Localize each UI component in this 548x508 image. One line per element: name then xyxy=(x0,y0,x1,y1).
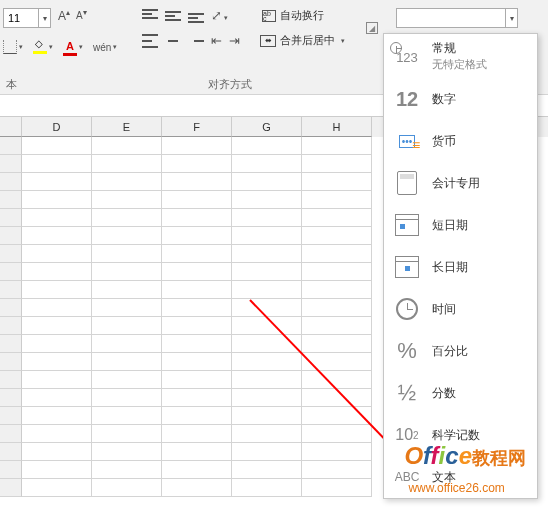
cell[interactable] xyxy=(22,407,92,425)
cell[interactable] xyxy=(92,299,162,317)
fill-color-button[interactable]: ▾ xyxy=(30,38,56,56)
cell[interactable] xyxy=(162,209,232,227)
cell[interactable] xyxy=(162,137,232,155)
font-size-input[interactable] xyxy=(3,8,39,28)
cell[interactable] xyxy=(162,389,232,407)
cell[interactable] xyxy=(232,191,302,209)
cell[interactable] xyxy=(22,227,92,245)
cell[interactable] xyxy=(92,389,162,407)
format-number[interactable]: 12 数字 xyxy=(384,78,537,120)
cell[interactable] xyxy=(22,191,92,209)
cell[interactable] xyxy=(22,299,92,317)
cell[interactable] xyxy=(302,407,372,425)
cell[interactable] xyxy=(302,173,372,191)
row-header[interactable] xyxy=(0,479,22,497)
increase-indent-button[interactable]: ⇥ xyxy=(229,33,240,48)
format-currency[interactable]: •••≡ 货币 xyxy=(384,120,537,162)
wrap-text-button[interactable]: abc 自动换行 xyxy=(262,8,324,23)
cell[interactable] xyxy=(92,191,162,209)
cell[interactable] xyxy=(92,407,162,425)
cell[interactable] xyxy=(92,263,162,281)
cell[interactable] xyxy=(162,155,232,173)
row-header[interactable] xyxy=(0,317,22,335)
cell[interactable] xyxy=(232,245,302,263)
font-size-dropdown[interactable]: ▾ xyxy=(39,8,51,28)
row-header[interactable] xyxy=(0,137,22,155)
cell[interactable] xyxy=(162,371,232,389)
cell[interactable] xyxy=(22,137,92,155)
format-text[interactable]: ABC 文本 xyxy=(384,456,537,498)
cell[interactable] xyxy=(232,443,302,461)
row-header[interactable] xyxy=(0,155,22,173)
cell[interactable] xyxy=(302,353,372,371)
align-top-button[interactable] xyxy=(142,9,158,23)
row-header[interactable] xyxy=(0,191,22,209)
format-accounting[interactable]: 会计专用 xyxy=(384,162,537,204)
align-left-button[interactable] xyxy=(142,34,158,48)
cell[interactable] xyxy=(22,335,92,353)
cell[interactable] xyxy=(302,461,372,479)
format-fraction[interactable]: ½ 分数 xyxy=(384,372,537,414)
row-header[interactable] xyxy=(0,245,22,263)
cell[interactable] xyxy=(302,191,372,209)
row-header[interactable] xyxy=(0,263,22,281)
cell[interactable] xyxy=(302,335,372,353)
grow-font-button[interactable]: A▴ xyxy=(58,8,70,23)
decrease-indent-button[interactable]: ⇤ xyxy=(211,33,222,48)
cell[interactable] xyxy=(92,155,162,173)
column-header[interactable]: G xyxy=(232,117,302,137)
number-format-input[interactable] xyxy=(396,8,506,28)
cell[interactable] xyxy=(92,137,162,155)
row-header[interactable] xyxy=(0,389,22,407)
orientation-button[interactable]: ⤢▾ xyxy=(211,8,228,23)
format-long-date[interactable]: 长日期 xyxy=(384,246,537,288)
border-button[interactable]: ▾ xyxy=(0,38,26,56)
cell[interactable] xyxy=(232,371,302,389)
format-general[interactable]: 123 常规无特定格式 xyxy=(384,34,537,78)
cell[interactable] xyxy=(162,353,232,371)
cell[interactable] xyxy=(92,227,162,245)
align-center-button[interactable] xyxy=(165,34,181,48)
cell[interactable] xyxy=(232,353,302,371)
cell[interactable] xyxy=(162,191,232,209)
row-header[interactable] xyxy=(0,173,22,191)
cell[interactable] xyxy=(162,407,232,425)
row-header[interactable] xyxy=(0,407,22,425)
cell[interactable] xyxy=(92,461,162,479)
cell[interactable] xyxy=(302,137,372,155)
row-header[interactable] xyxy=(0,371,22,389)
merge-center-button[interactable]: ⬌ 合并后居中 ▾ xyxy=(260,33,345,48)
align-middle-button[interactable] xyxy=(165,9,181,23)
row-header[interactable] xyxy=(0,227,22,245)
cell[interactable] xyxy=(302,479,372,497)
cell[interactable] xyxy=(162,443,232,461)
cell[interactable] xyxy=(232,461,302,479)
shrink-font-button[interactable]: A▾ xyxy=(76,8,87,23)
cell[interactable] xyxy=(232,173,302,191)
format-scientific[interactable]: 102 科学记数 xyxy=(384,414,537,456)
row-header[interactable] xyxy=(0,461,22,479)
cell[interactable] xyxy=(232,335,302,353)
cell[interactable] xyxy=(162,227,232,245)
row-header[interactable] xyxy=(0,281,22,299)
cell[interactable] xyxy=(92,335,162,353)
cell[interactable] xyxy=(302,209,372,227)
cell[interactable] xyxy=(162,317,232,335)
cell[interactable] xyxy=(302,443,372,461)
cell[interactable] xyxy=(302,245,372,263)
row-header[interactable] xyxy=(0,353,22,371)
cell[interactable] xyxy=(92,209,162,227)
cell[interactable] xyxy=(232,137,302,155)
number-format-combo[interactable]: ▾ xyxy=(396,8,518,28)
cell[interactable] xyxy=(302,317,372,335)
column-header[interactable]: D xyxy=(22,117,92,137)
row-header[interactable] xyxy=(0,335,22,353)
cell[interactable] xyxy=(162,479,232,497)
cell[interactable] xyxy=(22,443,92,461)
column-header[interactable]: E xyxy=(92,117,162,137)
row-header[interactable] xyxy=(0,299,22,317)
cell[interactable] xyxy=(232,479,302,497)
cell[interactable] xyxy=(162,263,232,281)
cell[interactable] xyxy=(162,281,232,299)
cell[interactable] xyxy=(232,389,302,407)
